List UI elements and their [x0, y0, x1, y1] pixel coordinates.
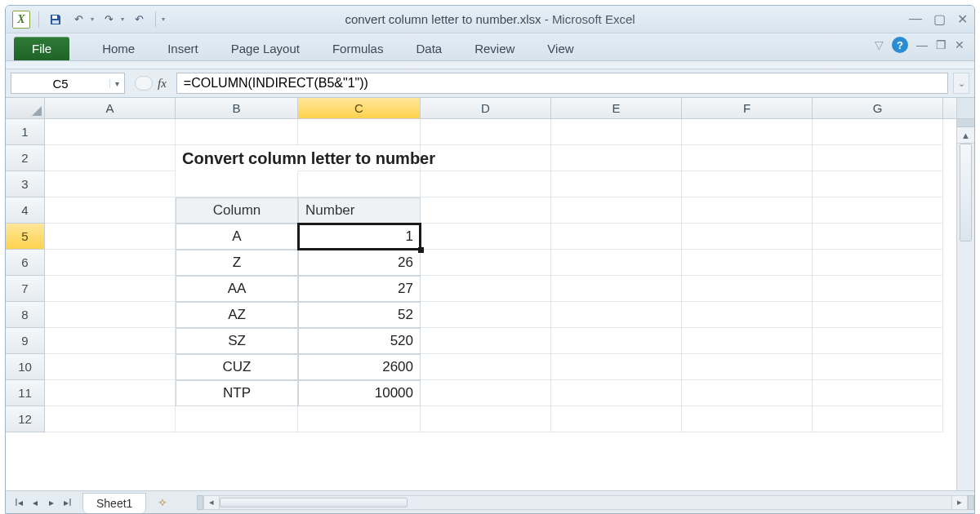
cell-A3[interactable] [45, 171, 176, 197]
sheet-tab-sheet1[interactable]: Sheet1 [82, 493, 146, 513]
cell-B6[interactable]: Z [176, 250, 298, 276]
cell-E10[interactable] [551, 354, 682, 380]
fx-icon[interactable]: fx [158, 77, 167, 91]
close-icon[interactable]: ✕ [957, 11, 968, 27]
undo-icon[interactable]: ↶ [70, 11, 87, 28]
row-header-10[interactable]: 10 [6, 354, 45, 380]
ribbon-minimize-icon[interactable]: ▽ [875, 38, 884, 51]
undo-icon-2[interactable]: ↶ [131, 11, 147, 28]
cell-G3[interactable] [813, 171, 943, 197]
row-header-6[interactable]: 6 [6, 250, 45, 276]
sheet-nav-last-icon[interactable]: ▸I [60, 494, 76, 511]
cell-B10[interactable]: CUZ [176, 354, 298, 380]
cell-A5[interactable] [45, 224, 176, 250]
cell-E6[interactable] [551, 250, 682, 276]
cell-C9[interactable]: 520 [298, 328, 421, 354]
split-handle-icon[interactable] [957, 119, 974, 127]
cell-E9[interactable] [551, 328, 682, 354]
cell-G7[interactable] [813, 276, 943, 302]
row-header-3[interactable]: 3 [6, 171, 45, 197]
cell-F6[interactable] [682, 250, 813, 276]
cell-A7[interactable] [45, 276, 176, 302]
cell-D5[interactable] [421, 224, 551, 250]
excel-logo-icon[interactable]: X [12, 11, 30, 29]
cell-G11[interactable] [813, 380, 943, 406]
cell-A2[interactable] [45, 145, 176, 171]
cell-B4[interactable]: Column [176, 197, 298, 224]
horizontal-scrollbar[interactable]: ◂ ▸ [197, 494, 974, 511]
col-header-A[interactable]: A [45, 98, 176, 118]
tab-home[interactable]: Home [86, 37, 151, 60]
name-box-input[interactable] [11, 75, 109, 92]
cell-G8[interactable] [813, 302, 943, 328]
cell-G10[interactable] [813, 354, 943, 380]
workbook-close-icon[interactable]: ✕ [955, 38, 964, 51]
cell-B9[interactable]: SZ [176, 328, 298, 354]
cell-A12[interactable] [45, 406, 176, 432]
cell-E7[interactable] [551, 276, 682, 302]
cell-C3[interactable] [298, 171, 421, 197]
cell-D3[interactable] [421, 171, 551, 197]
cell-D11[interactable] [421, 380, 551, 406]
cell-B3[interactable] [176, 171, 298, 197]
cell-D1[interactable] [421, 119, 551, 145]
formula-input[interactable] [176, 73, 948, 94]
cell-D12[interactable] [421, 406, 551, 432]
cell-C4[interactable]: Number [298, 197, 421, 224]
sheet-nav-next-icon[interactable]: ▸ [43, 494, 60, 511]
cell-G5[interactable] [813, 224, 943, 250]
workbook-minimize-icon[interactable]: ― [916, 38, 928, 51]
cell-D4[interactable] [421, 197, 551, 224]
cell-E3[interactable] [551, 171, 682, 197]
cell-B2[interactable]: Convert column letter to number [176, 145, 298, 171]
cell-D6[interactable] [421, 250, 551, 276]
hscroll-thumb[interactable] [220, 498, 408, 507]
col-header-G[interactable]: G [813, 98, 943, 118]
cell-A4[interactable] [45, 197, 176, 224]
cell-C11[interactable]: 10000 [298, 380, 421, 406]
scroll-left-icon[interactable]: ◂ [203, 495, 220, 510]
cell-C8[interactable]: 52 [298, 302, 421, 328]
cell-E5[interactable] [551, 224, 682, 250]
cell-D2[interactable] [421, 145, 551, 171]
cell-F3[interactable] [682, 171, 813, 197]
cell-C5[interactable]: 1 [298, 224, 421, 250]
row-header-4[interactable]: 4 [6, 197, 45, 224]
cell-E4[interactable] [551, 197, 682, 224]
cell-D7[interactable] [421, 276, 551, 302]
tab-insert[interactable]: Insert [151, 37, 215, 60]
tab-page-layout[interactable]: Page Layout [215, 37, 316, 60]
cell-A10[interactable] [45, 354, 176, 380]
scroll-right-icon[interactable]: ▸ [951, 495, 968, 510]
name-box[interactable]: ▾ [11, 73, 125, 94]
scroll-up-icon[interactable]: ▲ [957, 127, 974, 144]
sheet-nav-first-icon[interactable]: I◂ [11, 494, 27, 511]
row-header-8[interactable]: 8 [6, 302, 45, 328]
cell-B12[interactable] [176, 406, 298, 432]
cell-E2[interactable] [551, 145, 682, 171]
row-header-9[interactable]: 9 [6, 328, 45, 354]
row-header-12[interactable]: 12 [6, 406, 45, 432]
expand-formula-bar-icon[interactable]: ⌄ [953, 73, 969, 94]
cell-B1[interactable] [176, 119, 298, 145]
cell-B7[interactable]: AA [176, 276, 298, 302]
vertical-scrollbar[interactable]: ▲ [956, 98, 974, 490]
cell-F7[interactable] [682, 276, 813, 302]
cell-G9[interactable] [813, 328, 943, 354]
cell-F5[interactable] [682, 224, 813, 250]
cell-G12[interactable] [813, 406, 943, 432]
col-header-B[interactable]: B [176, 98, 298, 118]
hsplit-handle-right-icon[interactable] [968, 495, 974, 510]
cell-F10[interactable] [682, 354, 813, 380]
cell-F8[interactable] [682, 302, 813, 328]
col-header-D[interactable]: D [421, 98, 551, 118]
cell-F1[interactable] [682, 119, 813, 145]
cell-A9[interactable] [45, 328, 176, 354]
cell-B11[interactable]: NTP [176, 380, 298, 406]
cell-C1[interactable] [298, 119, 421, 145]
col-header-F[interactable]: F [682, 98, 813, 118]
row-header-7[interactable]: 7 [6, 276, 45, 302]
cell-E8[interactable] [551, 302, 682, 328]
help-icon[interactable]: ? [892, 37, 908, 53]
tab-view[interactable]: View [531, 37, 590, 60]
